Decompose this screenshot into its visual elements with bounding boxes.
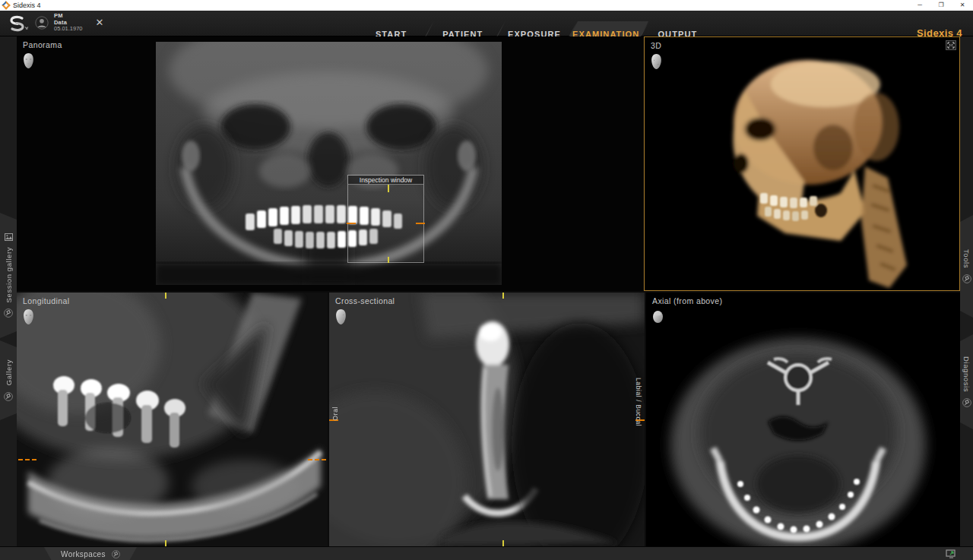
panel-title: Longitudinal bbox=[23, 296, 69, 305]
os-title-bar: Sidexis 4 ─ ❐ ✕ bbox=[0, 0, 973, 11]
viewport-longitudinal[interactable]: Longitudinal bbox=[17, 293, 328, 546]
close-button[interactable]: ✕ bbox=[952, 0, 973, 11]
sidebar-tab-label: Session gallery bbox=[5, 247, 13, 302]
workspaces-tab[interactable]: Workspaces bbox=[44, 547, 137, 560]
slice-marker-left bbox=[347, 223, 356, 224]
second-monitor-icon[interactable] bbox=[946, 549, 956, 558]
right-sidebar: Tools Diagnosis bbox=[960, 36, 973, 546]
sidebar-tab-label: Tools bbox=[962, 249, 971, 268]
slice-tick-bottom bbox=[165, 540, 166, 546]
axial-slice-image bbox=[646, 293, 960, 546]
pin-icon[interactable] bbox=[4, 308, 13, 318]
sidebar-tab-session-gallery[interactable]: Session gallery bbox=[0, 213, 17, 338]
sidebar-tab-label: Gallery bbox=[5, 359, 13, 385]
slice-tick bbox=[388, 185, 389, 192]
viewport-3d[interactable]: 3D bbox=[644, 36, 960, 291]
sirona-logo[interactable] bbox=[6, 14, 32, 33]
minimize-button[interactable]: ─ bbox=[909, 0, 930, 11]
panel-title: Cross-sectional bbox=[335, 296, 395, 305]
slice-marker-left bbox=[18, 459, 36, 460]
app-icon bbox=[2, 1, 10, 9]
bottom-bar: Workspaces bbox=[0, 546, 973, 560]
orientation-head-icon bbox=[650, 53, 663, 70]
patient-avatar-icon bbox=[35, 16, 49, 30]
slice-tick-top bbox=[502, 293, 504, 299]
inspection-window-label: Inspection window bbox=[348, 176, 423, 185]
pin-icon[interactable] bbox=[4, 392, 13, 401]
window-title: Sidexis 4 bbox=[13, 2, 41, 9]
workspaces-label: Workspaces bbox=[61, 550, 106, 558]
orientation-head-icon bbox=[22, 52, 35, 69]
sidebar-tab-gallery[interactable]: Gallery bbox=[0, 340, 17, 420]
orientation-head-icon bbox=[651, 308, 664, 325]
app-header: PM Data 05.01.1970 ✕ START PATIENT EXPOS… bbox=[0, 11, 973, 36]
slice-tick-top bbox=[165, 293, 166, 299]
pin-icon[interactable] bbox=[962, 398, 971, 407]
patient-dob: 05.01.1970 bbox=[54, 26, 83, 33]
pin-icon[interactable] bbox=[112, 550, 120, 558]
panel-title: Panorama bbox=[23, 40, 62, 49]
session-gallery-icon bbox=[5, 233, 13, 241]
restore-button[interactable]: ❐ bbox=[930, 0, 952, 11]
sidebar-tab-label: Diagnosis bbox=[962, 356, 971, 392]
longitudinal-slice-image bbox=[17, 293, 328, 546]
left-sidebar: Session gallery Gallery bbox=[0, 36, 17, 546]
edge-label-oral: Oral bbox=[331, 407, 339, 420]
panel-title: 3D bbox=[651, 41, 661, 50]
sidebar-tab-diagnosis[interactable]: Diagnosis bbox=[960, 334, 973, 429]
viewport-axial[interactable]: Axial (from above) bbox=[646, 293, 960, 546]
viewport-panorama[interactable]: Panorama bbox=[17, 36, 643, 291]
orientation-head-icon bbox=[22, 308, 35, 325]
edge-label-labial-buccal: Labial / Buccal bbox=[635, 378, 642, 426]
panorama-xray-image bbox=[156, 42, 502, 285]
orientation-head-icon bbox=[334, 308, 347, 325]
slice-marker-right bbox=[416, 223, 425, 224]
inspection-window[interactable]: Inspection window bbox=[347, 175, 424, 263]
viewport-cross-sectional[interactable]: Cross-sectional Oral Labial / Buccal bbox=[329, 293, 645, 546]
slice-marker-right bbox=[308, 459, 326, 460]
expand-icon[interactable] bbox=[946, 40, 956, 50]
patient-info: PM Data 05.01.1970 bbox=[54, 13, 83, 33]
sidebar-tab-tools[interactable]: Tools bbox=[960, 215, 973, 318]
slice-tick-bottom bbox=[502, 540, 504, 546]
close-patient-icon[interactable]: ✕ bbox=[96, 17, 104, 28]
cross-sectional-slice-image bbox=[329, 293, 645, 546]
skull-3d-render bbox=[645, 37, 959, 290]
slice-tick bbox=[388, 257, 389, 263]
panel-title: Axial (from above) bbox=[652, 296, 722, 305]
pin-icon[interactable] bbox=[962, 274, 971, 283]
current-patient-chip[interactable]: PM Data 05.01.1970 ✕ bbox=[35, 13, 103, 33]
